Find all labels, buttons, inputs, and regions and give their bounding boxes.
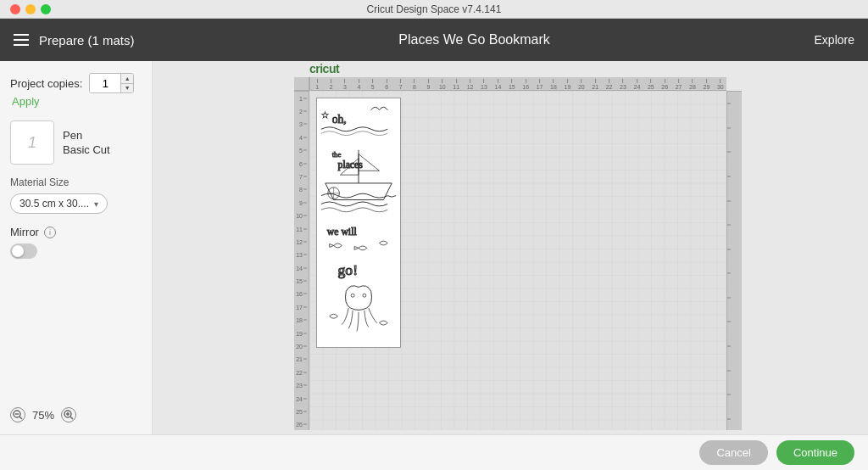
toggle-knob [12, 245, 24, 257]
svg-text:we will: we will [327, 227, 358, 238]
project-copies-label: Project copies: [10, 77, 82, 90]
material-size-value: 30.5 cm x 30.... [19, 198, 89, 210]
material-size-section: Material Size 30.5 cm x 30.... ▾ [10, 176, 142, 214]
copies-input-group: ▲ ▼ [89, 73, 134, 93]
zoom-in-button[interactable] [61, 407, 76, 422]
project-title: Places We Go Bookmark [398, 32, 549, 48]
canvas-area[interactable]: cricut 123456789101112131415161718192021… [153, 61, 868, 434]
svg-text:★: ★ [321, 111, 329, 120]
mat-surface: oh, ★ the places [309, 91, 726, 430]
mat-with-rulers: cricut 123456789101112131415161718192021… [294, 65, 726, 430]
ruler-right [726, 91, 742, 430]
copies-spinners: ▲ ▼ [120, 74, 133, 92]
traffic-lights [10, 4, 51, 14]
header-left: Prepare (1 mats) [14, 33, 135, 48]
ruler-vertical: 1234567891011121314151617181920212223242… [294, 91, 309, 430]
title-bar: Cricut Design Space v7.4.141 [0, 0, 868, 19]
svg-point-17 [351, 294, 354, 297]
continue-button[interactable]: Continue [776, 440, 854, 465]
project-copies-row: Project copies: ▲ ▼ [10, 73, 142, 93]
project-copies-section: Project copies: ▲ ▼ Apply [10, 73, 142, 109]
maximize-button[interactable] [41, 4, 51, 14]
mat-preview: 1 Pen Basic Cut [10, 120, 142, 165]
zoom-controls: 75% [10, 407, 142, 422]
copies-input[interactable] [90, 74, 120, 92]
mirror-toggle[interactable] [10, 243, 37, 259]
svg-text:the: the [332, 150, 342, 159]
mat-pen-label: Pen [63, 129, 110, 142]
ruler-corner [294, 77, 309, 91]
zoom-level: 75% [32, 409, 54, 422]
minimize-button[interactable] [25, 4, 36, 14]
material-size-dropdown[interactable]: 30.5 cm x 30.... ▾ [10, 193, 108, 214]
svg-line-6 [70, 417, 73, 419]
close-button[interactable] [10, 4, 20, 14]
svg-text:go!: go! [338, 261, 359, 278]
chevron-down-icon: ▾ [94, 199, 98, 209]
svg-line-2 [19, 417, 22, 419]
explore-link[interactable]: Explore [815, 33, 854, 47]
sidebar: Project copies: ▲ ▼ Apply 1 Pen Basic Cu… [0, 61, 153, 434]
menu-icon[interactable] [14, 34, 29, 46]
mirror-row: Mirror i [10, 226, 142, 238]
mat-cut-label: Basic Cut [63, 143, 110, 156]
copies-increment[interactable]: ▲ [121, 74, 133, 83]
apply-button[interactable]: Apply [12, 95, 40, 108]
ruler-horizontal: 1234567891011121314151617181920212223242… [309, 77, 726, 91]
cricut-logo: cricut [309, 62, 339, 76]
mirror-info-icon[interactable]: i [44, 227, 56, 238]
mirror-section: Mirror i [10, 226, 142, 259]
mat-info: Pen Basic Cut [63, 129, 110, 156]
mat-thumbnail: 1 [10, 120, 54, 165]
material-size-label: Material Size [10, 176, 142, 188]
copies-decrement[interactable]: ▼ [121, 83, 133, 92]
cancel-button[interactable]: Cancel [699, 440, 767, 465]
zoom-out-button[interactable] [10, 407, 25, 422]
window-title: Cricut Design Space v7.4.141 [367, 3, 502, 15]
prepare-label: Prepare (1 mats) [39, 33, 135, 48]
bookmark-image: oh, ★ the places [316, 98, 401, 348]
mirror-label: Mirror [10, 226, 39, 238]
app-header: Prepare (1 mats) Places We Go Bookmark E… [0, 19, 868, 61]
main-layout: Project copies: ▲ ▼ Apply 1 Pen Basic Cu… [0, 61, 868, 434]
svg-point-18 [363, 294, 366, 297]
footer: Cancel Continue [0, 434, 868, 470]
svg-text:oh,: oh, [332, 113, 347, 126]
